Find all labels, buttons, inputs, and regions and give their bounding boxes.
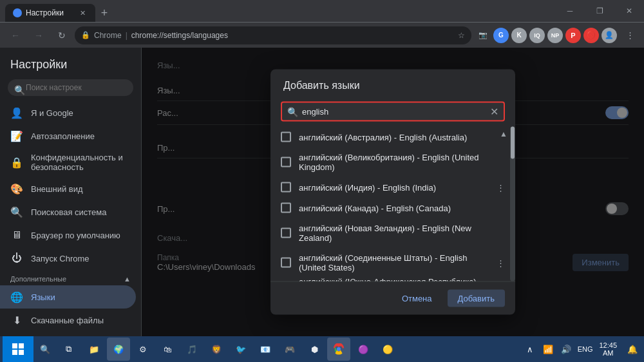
taskbar-app-hex[interactable]: ⬢	[303, 338, 326, 361]
lang-name-0: английский (Австралия) - English (Austra…	[299, 132, 467, 142]
sidebar-item-languages[interactable]: 🌐 Языки	[0, 285, 136, 309]
menu-button[interactable]: ⋮	[621, 26, 639, 44]
scroll-up-icon[interactable]: ▲	[500, 129, 507, 138]
list-item[interactable]: английский (Индия) - English (India) ⋮	[270, 177, 515, 198]
dialog-search-input[interactable]	[302, 107, 490, 117]
sidebar-item-label-privacy: Конфиденциальность и безопасность	[31, 153, 126, 172]
taskbar-chevron-icon[interactable]: ∧	[521, 338, 539, 361]
taskbar-language-label: ENG	[578, 345, 593, 353]
list-item[interactable]: английский (Южно-Африканская Республика)…	[270, 278, 515, 281]
sidebar-item-search[interactable]: 🔍 Поисковая система	[0, 200, 136, 224]
taskbar-system-icons: ∧ 📶 🔊	[521, 338, 575, 361]
sidebar-item-label-appearance: Внешний вид	[31, 184, 83, 194]
taskbar-network-icon[interactable]: 📶	[539, 338, 557, 361]
close-button[interactable]: ✕	[614, 0, 644, 22]
list-item[interactable]: английский (Канада) - English (Canada)	[270, 198, 515, 218]
extension-icon-np[interactable]: NP	[547, 28, 563, 43]
taskbar-app-chrome[interactable]	[327, 338, 350, 361]
scrollbar-thumb[interactable]	[511, 127, 515, 159]
taskbar-volume-icon[interactable]: 🔊	[557, 338, 575, 361]
taskbar-search-button[interactable]: 🔍	[33, 338, 57, 361]
lang-name-5: английский (Соединенные Штаты) - English…	[299, 253, 489, 272]
sidebar-item-privacy[interactable]: 🔒 Конфиденциальность и безопасность	[0, 148, 136, 177]
taskbar-app-explorer[interactable]: 📁	[82, 338, 106, 361]
svg-rect-0	[12, 343, 17, 348]
dialog-search-container: 🔍 ✕	[281, 102, 505, 122]
taskbar-app-gamepass[interactable]: 🎮	[278, 338, 301, 361]
restore-button[interactable]: ❐	[585, 0, 614, 22]
google-icon: 👤	[10, 106, 23, 119]
lang-checkbox-0[interactable]	[281, 132, 291, 142]
taskbar-clock[interactable]: 12:45 AM	[595, 341, 621, 357]
svg-rect-3	[19, 350, 24, 355]
taskbar-app-brave[interactable]: 🦁	[205, 338, 228, 361]
extension-icon-k[interactable]: K	[511, 28, 527, 43]
lang-checkbox-1[interactable]	[281, 157, 291, 167]
new-tab-button[interactable]: +	[95, 4, 113, 22]
sidebar-item-startup[interactable]: ⏻ Запуск Chrome	[0, 247, 136, 270]
url-separator: |	[126, 31, 128, 40]
lang-name-3: английский (Канада) - English (Canada)	[299, 203, 451, 213]
content-area: Язы... Язы... Рас... Пр... Пр... Скача..…	[142, 48, 644, 336]
taskbar: 🔍 ⧉ 📁 🌍 ⚙ 🛍 🎵 🦁 🐦 📧 🎮 ⬢ 🟣 🟡 ∧ 📶 🔊 ENG 12…	[0, 336, 644, 362]
taskbar-app-twitter[interactable]: 🐦	[229, 338, 252, 361]
advanced-chevron-icon[interactable]: ▲	[124, 275, 131, 283]
sidebar-item-browser[interactable]: 🖥 Браузер по умолчанию	[0, 224, 136, 247]
lang-options-5[interactable]: ⋮	[497, 258, 505, 267]
taskbar-app-discord[interactable]: 🟣	[352, 338, 375, 361]
start-button[interactable]	[3, 336, 33, 362]
omnibox[interactable]: 🔒 Chrome | chrome://settings/languages ☆	[75, 26, 471, 44]
back-button[interactable]: ←	[5, 25, 26, 46]
list-item[interactable]: английский (Соединенные Штаты) - English…	[270, 248, 515, 278]
list-item[interactable]: английский (Великобритания) - English (U…	[270, 148, 515, 177]
extension-icon-block[interactable]: 🚫	[583, 28, 599, 43]
lang-options-2[interactable]: ⋮	[497, 182, 505, 192]
forward-button[interactable]: →	[28, 25, 49, 46]
sidebar-item-downloads[interactable]: ⬇ Скачанные файлы	[0, 309, 136, 332]
taskbar-app-edge[interactable]: 🌍	[107, 338, 130, 361]
extension-icon-g[interactable]: G	[493, 28, 509, 43]
sidebar-search-icon: 🔍	[14, 85, 25, 95]
cancel-button[interactable]: Отмена	[392, 290, 442, 307]
sidebar-item-google[interactable]: 👤 Я и Google	[0, 101, 136, 124]
list-item[interactable]: английский (Австралия) - English (Austra…	[270, 127, 515, 148]
lang-name-2: английский (Индия) - English (India)	[299, 182, 436, 192]
taskbar-app-music[interactable]: 🎵	[180, 338, 204, 361]
taskbar-task-view[interactable]: ⧉	[57, 338, 80, 361]
lang-checkbox-5[interactable]	[281, 258, 291, 268]
add-button[interactable]: Добавить	[448, 290, 505, 307]
taskbar-app-store[interactable]: 🛍	[156, 338, 179, 361]
sidebar-search-input[interactable]	[8, 79, 133, 96]
lang-checkbox-2[interactable]	[281, 182, 291, 193]
default-browser-icon: 🖥	[10, 229, 23, 242]
appearance-icon: 🎨	[10, 182, 23, 195]
autofill-icon: 📝	[10, 129, 23, 142]
taskbar-app-settings[interactable]: ⚙	[131, 338, 155, 361]
extension-icon-red[interactable]: P	[565, 28, 581, 43]
tab-close-button[interactable]: ✕	[77, 8, 88, 18]
refresh-button[interactable]: ↻	[52, 25, 72, 46]
sidebar-item-autofill[interactable]: 📝 Автозаполнение	[0, 124, 136, 148]
sidebar-item-print[interactable]: 🖨 Печать	[0, 332, 136, 336]
titlebar-controls: ─ ❐ ✕	[555, 0, 644, 22]
scrollbar-track	[510, 127, 515, 281]
language-list-container: английский (Австралия) - English (Austra…	[270, 127, 515, 281]
list-item[interactable]: английский (Новая Зеландия) - English (N…	[270, 218, 515, 248]
extension-icon-profile[interactable]: 👤	[601, 28, 617, 43]
bookmark-icon[interactable]: ☆	[458, 31, 465, 40]
sidebar-item-appearance[interactable]: 🎨 Внешний вид	[0, 177, 136, 200]
navbar-right: 📷 G K IQ NP P 🚫 👤 ⋮	[474, 26, 639, 44]
lang-checkbox-3[interactable]	[281, 203, 291, 213]
taskbar-right: ∧ 📶 🔊 ENG 12:45 AM 🔔	[521, 338, 641, 361]
sidebar-item-label-google: Я и Google	[31, 108, 73, 118]
active-tab[interactable]: Настройки ✕	[5, 4, 95, 22]
clear-search-button[interactable]: ✕	[490, 106, 498, 118]
taskbar-app-yellow[interactable]: 🟡	[376, 338, 399, 361]
extension-icon-camera[interactable]: 📷	[474, 26, 492, 44]
extension-icon-iq[interactable]: IQ	[529, 28, 545, 43]
lang-checkbox-4[interactable]	[281, 228, 291, 238]
languages-icon: 🌐	[10, 291, 23, 303]
taskbar-app-mail[interactable]: 📧	[254, 338, 277, 361]
taskbar-notification-icon[interactable]: 🔔	[623, 338, 641, 361]
minimize-button[interactable]: ─	[555, 0, 585, 22]
